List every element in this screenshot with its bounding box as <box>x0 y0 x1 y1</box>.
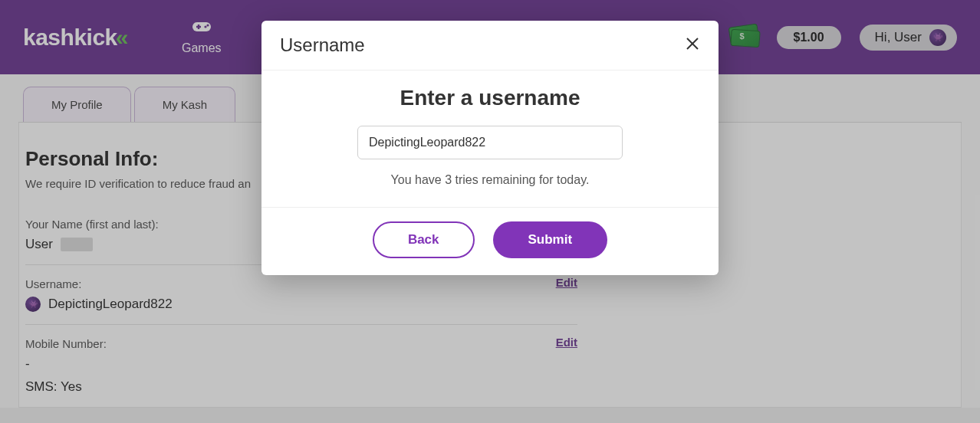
modal-footer: Back Submit <box>261 207 719 275</box>
back-button[interactable]: Back <box>373 221 475 258</box>
close-icon[interactable] <box>685 36 700 54</box>
tries-remaining: You have 3 tries remaining for today. <box>280 173 700 187</box>
submit-button-label: Submit <box>528 232 573 247</box>
username-modal: Username Enter a username You have 3 tri… <box>261 21 719 275</box>
modal-heading: Enter a username <box>280 86 700 110</box>
username-input[interactable] <box>357 126 623 159</box>
modal-header: Username <box>261 21 719 70</box>
submit-button[interactable]: Submit <box>493 221 608 258</box>
modal-body: Enter a username You have 3 tries remain… <box>261 70 719 207</box>
back-button-label: Back <box>408 232 439 247</box>
modal-title: Username <box>280 34 365 56</box>
